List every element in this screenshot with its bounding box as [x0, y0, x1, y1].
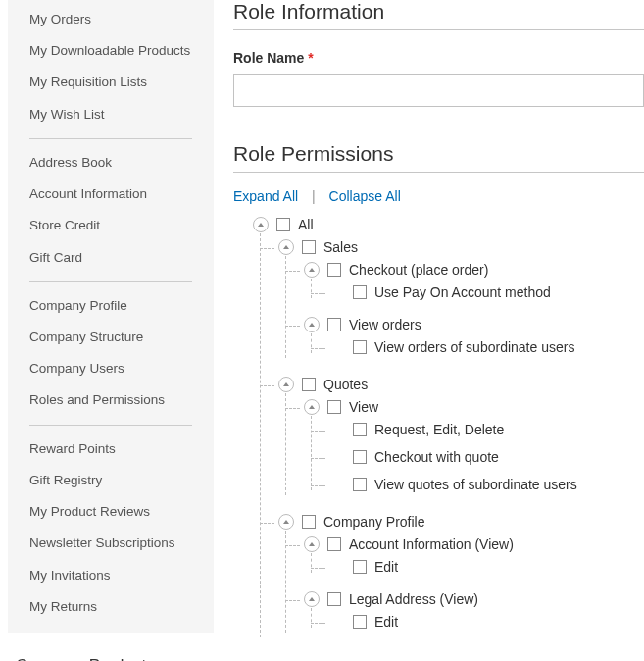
tree-node-row: Checkout with quote — [329, 448, 644, 466]
tree-children: Request, Edit, DeleteCheckout with quote… — [304, 416, 644, 498]
separator: | — [312, 188, 316, 204]
permission-checkbox[interactable] — [353, 478, 367, 491]
toggle-spacer — [329, 449, 345, 465]
tree-node: Checkout (place order)Use Pay On Account… — [304, 256, 644, 311]
expand-toggle[interactable] — [304, 317, 320, 332]
chevron-up-icon — [283, 520, 289, 524]
tree-node: Checkout with quote — [329, 443, 644, 471]
tree-children: Edit — [304, 553, 644, 581]
tree-node: Edit — [329, 608, 644, 636]
permission-checkbox[interactable] — [327, 400, 341, 414]
expand-toggle[interactable] — [253, 217, 269, 232]
tree-node-row: View orders — [304, 316, 644, 333]
expand-toggle[interactable] — [304, 399, 320, 415]
sidebar-item[interactable]: Address Book — [8, 147, 214, 178]
account-sidebar: My OrdersMy Downloadable ProductsMy Requ… — [0, 0, 214, 661]
sidebar-item[interactable]: My Requisition Lists — [8, 67, 214, 98]
expand-toggle[interactable] — [278, 514, 294, 530]
chevron-up-icon — [258, 223, 264, 227]
chevron-up-icon — [309, 597, 315, 601]
permission-checkbox[interactable] — [353, 615, 367, 629]
tree-node-row: Company Profile — [278, 513, 644, 531]
expand-toggle[interactable] — [278, 377, 294, 392]
sidebar-item[interactable]: Store Credit — [8, 210, 214, 241]
permission-label: Request, Edit, Delete — [374, 421, 504, 438]
permission-checkbox[interactable] — [353, 450, 367, 464]
permissions-tree: AllSalesCheckout (place order)Use Pay On… — [233, 216, 644, 645]
permission-label: All — [298, 216, 314, 233]
expand-collapse-bar: Expand All | Collapse All — [233, 188, 644, 204]
required-indicator: * — [308, 50, 313, 66]
tree-node: SalesCheckout (place order)Use Pay On Ac… — [278, 233, 644, 371]
tree-node-row: Legal Address (View) — [304, 590, 644, 608]
tree-children: Edit — [304, 608, 644, 636]
sidebar-item[interactable]: Gift Card — [8, 242, 214, 274]
permission-checkbox[interactable] — [327, 263, 341, 277]
permission-checkbox[interactable] — [302, 515, 316, 529]
tree-children: SalesCheckout (place order)Use Pay On Ac… — [253, 233, 644, 645]
role-information-heading: Role Information — [233, 0, 644, 30]
permission-checkbox[interactable] — [327, 537, 341, 551]
main-content: Role Information Role Name* Role Permiss… — [214, 0, 644, 661]
sidebar-item[interactable]: My Returns — [8, 591, 214, 623]
tree-node-row: Sales — [278, 238, 644, 256]
sidebar-item[interactable]: My Orders — [8, 4, 214, 35]
sidebar-item[interactable]: My Invitations — [8, 560, 214, 591]
permission-label: Checkout with quote — [374, 448, 499, 466]
tree-node: Legal Address (View)Edit — [304, 585, 644, 640]
tree-node-row: View — [304, 398, 644, 416]
permission-label: View orders — [349, 316, 421, 333]
expand-toggle[interactable] — [304, 591, 320, 607]
sidebar-item[interactable]: Company Structure — [8, 322, 214, 353]
sidebar-item[interactable]: Company Profile — [8, 290, 214, 322]
tree-node-row: Checkout (place order) — [304, 261, 644, 279]
permission-checkbox[interactable] — [353, 560, 367, 574]
permission-label: Use Pay On Account method — [374, 283, 551, 301]
permission-label: Legal Address (View) — [349, 590, 478, 608]
sidebar-item[interactable]: My Product Reviews — [8, 496, 214, 528]
sidebar-item[interactable]: Account Information — [8, 178, 214, 210]
tree-children: View orders of subordinate users — [304, 333, 644, 361]
tree-children: Account Information (View)EditLegal Addr… — [278, 531, 644, 640]
permission-checkbox[interactable] — [302, 378, 316, 391]
sidebar-divider — [29, 281, 192, 282]
sidebar-divider — [29, 425, 192, 426]
expand-all-link[interactable]: Expand All — [233, 188, 298, 204]
sidebar-item[interactable]: My Downloadable Products — [8, 35, 214, 67]
chevron-up-icon — [309, 323, 315, 327]
chevron-up-icon — [283, 245, 289, 249]
tree-node: View orders of subordinate users — [329, 333, 644, 361]
permission-checkbox[interactable] — [276, 218, 290, 231]
sidebar-item[interactable]: Gift Registry — [8, 465, 214, 496]
sidebar-item[interactable]: Newsletter Subscriptions — [8, 528, 214, 559]
role-name-input[interactable] — [233, 74, 644, 107]
sidebar-item[interactable]: My Wish List — [8, 99, 214, 130]
permission-checkbox[interactable] — [327, 592, 341, 606]
compare-title: Compare Products — [16, 656, 214, 661]
permission-checkbox[interactable] — [302, 240, 316, 254]
permission-checkbox[interactable] — [353, 423, 367, 436]
tree-node-row: Edit — [329, 613, 644, 631]
expand-toggle[interactable] — [278, 239, 294, 255]
tree-node: View ordersView orders of subordinate us… — [304, 311, 644, 366]
expand-toggle[interactable] — [304, 262, 320, 278]
permission-checkbox[interactable] — [353, 285, 367, 299]
tree-node-row: Edit — [329, 558, 644, 576]
tree-node: View quotes of subordinate users — [329, 471, 644, 498]
tree-node-row: Use Pay On Account method — [329, 283, 644, 301]
permission-label: Edit — [374, 613, 398, 631]
sidebar-item[interactable]: Company Users — [8, 353, 214, 384]
toggle-spacer — [329, 284, 345, 300]
tree-node: Edit — [329, 553, 644, 581]
tree-node-row: All — [253, 216, 644, 233]
permission-label: View orders of subordinate users — [374, 338, 574, 356]
expand-toggle[interactable] — [304, 536, 320, 552]
sidebar-item[interactable]: Roles and Permissions — [8, 384, 214, 416]
sidebar-item[interactable]: Reward Points — [8, 433, 214, 465]
permission-checkbox[interactable] — [353, 340, 367, 354]
collapse-all-link[interactable]: Collapse All — [329, 188, 401, 204]
role-name-label: Role Name* — [233, 50, 644, 66]
tree-node-row: View orders of subordinate users — [329, 338, 644, 356]
permission-checkbox[interactable] — [327, 318, 341, 331]
tree-node: QuotesViewRequest, Edit, DeleteCheckout … — [278, 371, 644, 508]
